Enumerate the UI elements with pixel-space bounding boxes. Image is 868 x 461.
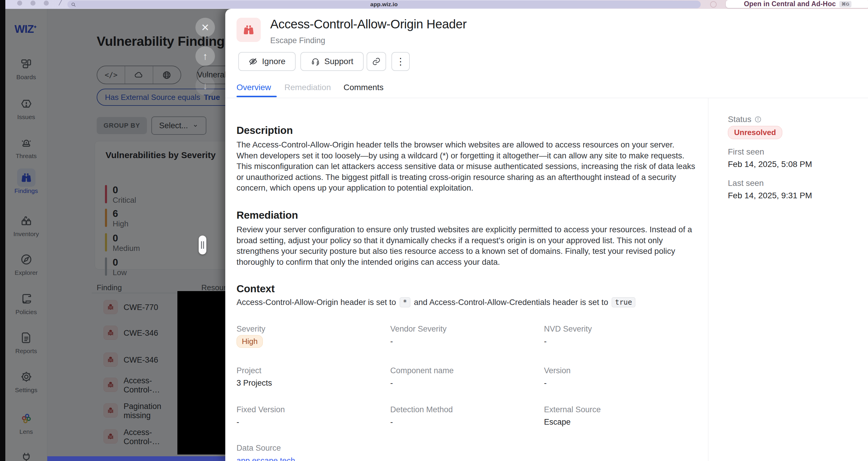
- link-icon: [372, 57, 381, 66]
- shortcut-badge: ⌘G: [839, 1, 851, 7]
- finding-title: Access-Control-Allow-Origin Header: [270, 17, 467, 31]
- reload-icon[interactable]: [710, 1, 717, 8]
- support-label: Support: [324, 57, 353, 66]
- finding-detail-panel: Access-Control-Allow-Origin Header Escap…: [225, 9, 868, 461]
- field-label-detection-method: Detection Method: [390, 405, 453, 414]
- field-label-nvd-severity: NVD Severity: [544, 325, 592, 334]
- context-text: and Access-Control-Allow-Credentials hea…: [414, 298, 608, 307]
- info-icon: [754, 116, 762, 123]
- remediation-body: Review your server configuration to ensu…: [237, 224, 695, 267]
- tabs-divider: [225, 98, 868, 98]
- field-value-detection-method: -: [390, 418, 393, 427]
- context-code-origin: *: [400, 297, 410, 307]
- drawer-close-button[interactable]: ✕: [195, 18, 215, 37]
- close-icon: ✕: [201, 22, 210, 33]
- context-line: Access-Control-Allow-Origin header is se…: [237, 297, 695, 307]
- status-label: Status: [728, 114, 762, 124]
- field-value-nvd-severity: -: [544, 337, 547, 346]
- description-body: The Access-Control-Allow-Origin header t…: [237, 139, 695, 194]
- field-value-vendor-severity: -: [390, 337, 393, 346]
- severity-badge: High: [237, 335, 263, 348]
- first-seen-value: Feb 14, 2025, 5:08 PM: [728, 160, 812, 169]
- data-source-label: Data Source: [237, 443, 281, 453]
- screen: app.wiz.io Open in Central and Ad-Hoc ⌘G…: [0, 0, 868, 461]
- copy-link-button[interactable]: [367, 52, 386, 71]
- search-icon: [71, 2, 76, 7]
- arrow-up-icon: ↑: [203, 51, 208, 62]
- more-actions-button[interactable]: ⋮: [392, 52, 410, 71]
- field-value-component-name: -: [390, 378, 393, 388]
- last-seen-value: Feb 14, 2025, 9:31 PM: [728, 191, 812, 200]
- context-code-credentials: true: [612, 297, 635, 307]
- tab-remediation[interactable]: Remediation: [284, 83, 331, 92]
- data-source-link[interactable]: app.escape.tech: [237, 456, 295, 461]
- context-text: Access-Control-Allow-Origin header is se…: [237, 298, 396, 307]
- headset-icon: [311, 57, 320, 66]
- browser-bar: app.wiz.io Open in Central and Ad-Hoc ⌘G: [5, 0, 868, 9]
- open-in-central-label: Open in Central and Ad-Hoc: [744, 0, 836, 8]
- window-close-button[interactable]: [17, 1, 22, 6]
- redacted-resource-column: [177, 291, 225, 455]
- tab-overview[interactable]: Overview: [237, 83, 271, 92]
- finding-type-icon: [237, 18, 261, 42]
- url-text: app.wiz.io: [370, 1, 398, 8]
- ignore-label: Ignore: [262, 57, 285, 66]
- field-label-version: Version: [544, 366, 570, 375]
- address-bar[interactable]: app.wiz.io: [67, 1, 701, 8]
- first-seen-label: First seen: [728, 147, 764, 157]
- field-value-project[interactable]: 3 Projects: [237, 378, 272, 388]
- support-button[interactable]: Support: [300, 52, 364, 71]
- remediation-heading: Remediation: [237, 209, 298, 221]
- finding-subtitle: Escape Finding: [270, 36, 325, 45]
- field-label-severity: Severity: [237, 325, 266, 334]
- window-zoom-button[interactable]: [44, 1, 49, 6]
- tab-comments[interactable]: Comments: [344, 83, 383, 92]
- arrow-down-icon: ↓: [203, 80, 208, 92]
- last-seen-label: Last seen: [728, 178, 764, 188]
- drawer-resize-handle[interactable]: [199, 235, 206, 255]
- meta-rail-divider: [708, 98, 708, 461]
- open-in-central-button[interactable]: Open in Central and Ad-Hoc ⌘G: [726, 0, 868, 8]
- field-label-project: Project: [237, 366, 261, 375]
- previous-finding-button[interactable]: ↑: [195, 46, 215, 66]
- field-label-fixed-version: Fixed Version: [237, 405, 285, 414]
- field-label-external-source: External Source: [544, 405, 601, 414]
- window-edge: [0, 0, 5, 461]
- description-heading: Description: [237, 124, 293, 136]
- context-heading: Context: [237, 283, 275, 295]
- eye-off-icon: [248, 57, 258, 66]
- field-value-fixed-version: -: [237, 418, 239, 427]
- status-label-text: Status: [728, 114, 751, 124]
- field-value-version: -: [544, 378, 547, 388]
- field-label-vendor-severity: Vendor Severity: [390, 325, 447, 334]
- ignore-button[interactable]: Ignore: [238, 52, 296, 71]
- status-badge: Unresolved: [728, 126, 782, 139]
- field-label-component-name: Component name: [390, 366, 454, 375]
- next-finding-button[interactable]: ↓: [195, 76, 215, 95]
- field-value-external-source: Escape: [544, 418, 570, 427]
- nav-back-icon[interactable]: [59, 0, 63, 6]
- window-minimize-button[interactable]: [30, 1, 35, 6]
- active-tab-indicator: [237, 96, 277, 97]
- kebab-icon: ⋮: [396, 56, 405, 67]
